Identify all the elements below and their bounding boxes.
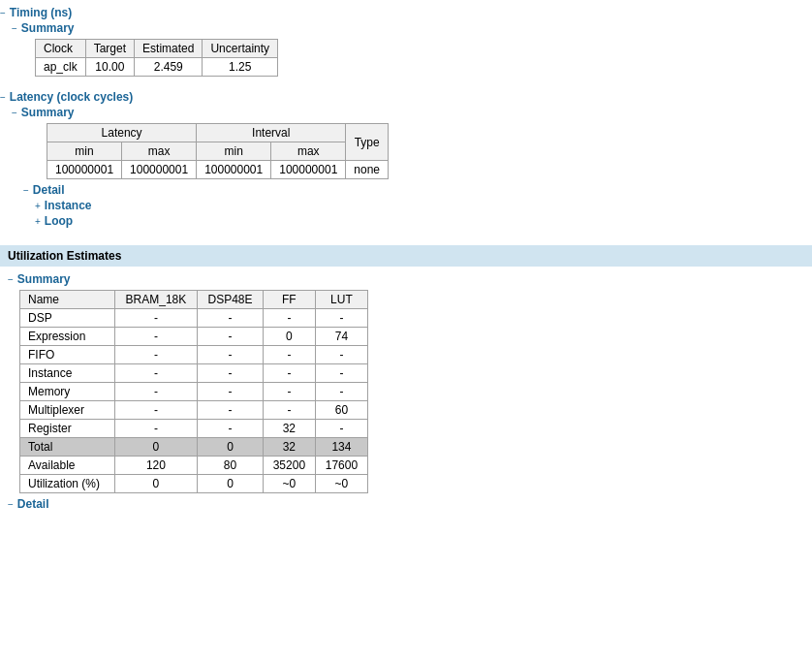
util-expr-ff: 0 (263, 328, 315, 346)
util-reg-name: Register (20, 420, 115, 438)
utilization-content: − Summary Name BRAM_18K DSP48E FF LUT DS… (0, 267, 812, 517)
util-inst-ff: - (263, 364, 315, 383)
util-mem-bram: - (114, 383, 198, 401)
util-row-dsp: DSP - - - - (20, 309, 368, 328)
timing-summary-item[interactable]: − Summary (12, 21, 812, 35)
util-expr-lut: 74 (315, 328, 367, 346)
utilization-section: Utilization Estimates − Summary Name BRA… (0, 241, 812, 520)
latency-summary-item[interactable]: − Summary (12, 106, 812, 119)
util-header-row: Name BRAM_18K DSP48E FF LUT (20, 291, 368, 309)
util-col-ff: FF (263, 291, 315, 309)
latency-type-val: none (346, 161, 389, 179)
timing-summary-collapse[interactable]: − (12, 23, 17, 34)
util-summary-collapse[interactable]: − (8, 274, 14, 285)
util-detail-item[interactable]: − Detail (8, 497, 804, 511)
util-avail-dsp: 80 (198, 457, 264, 475)
latency-table-row: 100000001 100000001 100000001 100000001 … (47, 161, 389, 179)
util-avail-ff: 35200 (263, 457, 315, 475)
util-mux-name: Multiplexer (20, 401, 115, 420)
latency-table: Latency Interval Type min max min max 10… (47, 123, 389, 179)
latency-detail-block: + Instance + Loop (35, 199, 812, 228)
util-fifo-dsp: - (198, 346, 264, 364)
util-mux-dsp: - (198, 401, 264, 420)
latency-summary-block: − Summary Latency Interval Type min max … (12, 106, 812, 228)
util-detail-label: Detail (17, 497, 49, 511)
timing-table-row: ap_clk 10.00 2.459 1.25 (36, 58, 278, 77)
latency-table-container: Latency Interval Type min max min max 10… (35, 123, 812, 179)
latency-col-min1: min (47, 142, 122, 161)
timing-estimated-val: 2.459 (135, 58, 203, 77)
util-inst-name: Instance (20, 364, 115, 383)
latency-loop-label: Loop (45, 214, 73, 228)
util-expr-dsp: - (198, 328, 264, 346)
util-pct-dsp: 0 (198, 475, 264, 493)
latency-col-max1: max (122, 142, 197, 161)
util-row-mux: Multiplexer - - - 60 (20, 401, 368, 420)
util-dsp-lut: - (315, 309, 367, 328)
timing-clock-val: ap_clk (36, 58, 86, 77)
util-mux-lut: 60 (315, 401, 367, 420)
util-inst-lut: - (315, 364, 367, 383)
timing-summary-block: − Summary Clock Target Estimated Uncerta… (12, 21, 812, 77)
latency-min2-val: 100000001 (197, 161, 271, 179)
util-reg-lut: - (315, 420, 367, 438)
util-fifo-name: FIFO (20, 346, 115, 364)
util-dsp-bram: - (114, 309, 198, 328)
timing-uncertainty-val: 1.25 (203, 58, 278, 77)
util-row-fifo: FIFO - - - - (20, 346, 368, 364)
latency-loop-expand[interactable]: + (35, 216, 41, 227)
timing-summary-label: Summary (21, 21, 75, 35)
util-total-lut: 134 (315, 438, 367, 457)
util-row-memory: Memory - - - - (20, 383, 368, 401)
util-fifo-ff: - (263, 346, 315, 364)
util-mem-lut: - (315, 383, 367, 401)
latency-group-latency: Latency (47, 124, 197, 142)
util-col-dsp: DSP48E (198, 291, 264, 309)
timing-target-val: 10.00 (85, 58, 134, 77)
utilization-summary-item[interactable]: − Summary (8, 272, 804, 286)
latency-detail-item[interactable]: − Detail (23, 183, 812, 197)
util-mem-ff: - (263, 383, 315, 401)
latency-instance-label: Instance (45, 199, 92, 212)
util-avail-name: Available (20, 457, 115, 475)
latency-col-min2: min (197, 142, 271, 161)
latency-loop-item[interactable]: + Loop (35, 214, 812, 228)
util-reg-dsp: - (198, 420, 264, 438)
timing-col-clock: Clock (36, 40, 86, 58)
latency-collapse-btn[interactable]: − (0, 92, 6, 103)
util-detail-collapse[interactable]: − (8, 499, 14, 510)
util-total-row: Total 0 0 32 134 (20, 438, 368, 457)
latency-instance-expand[interactable]: + (35, 201, 41, 211)
util-available-row: Available 120 80 35200 17600 (20, 457, 368, 475)
util-col-name: Name (20, 291, 115, 309)
latency-max1-val: 100000001 (122, 161, 197, 179)
latency-summary-collapse[interactable]: − (12, 108, 17, 118)
util-expr-name: Expression (20, 328, 115, 346)
util-pct-ff: ~0 (263, 475, 315, 493)
timing-collapse-btn[interactable]: − (0, 8, 6, 18)
latency-group-header-row: Latency Interval Type (47, 124, 389, 142)
util-reg-ff: 32 (263, 420, 315, 438)
util-row-register: Register - - 32 - (20, 420, 368, 438)
timing-table: Clock Target Estimated Uncertainty ap_cl… (35, 39, 278, 77)
latency-group-interval: Interval (197, 124, 346, 142)
util-total-name: Total (20, 438, 115, 457)
util-total-ff: 32 (263, 438, 315, 457)
utilization-section-label: Utilization Estimates (8, 249, 121, 263)
util-expr-bram: - (114, 328, 198, 346)
latency-sub-header-row: min max min max (47, 142, 389, 161)
util-inst-dsp: - (198, 364, 264, 383)
timing-header[interactable]: − Timing (ns) (0, 6, 812, 19)
latency-instance-item[interactable]: + Instance (35, 199, 812, 212)
util-row-expression: Expression - - 0 74 (20, 328, 368, 346)
utilization-table: Name BRAM_18K DSP48E FF LUT DSP - - - - (19, 290, 368, 493)
latency-col-max2: max (271, 142, 346, 161)
timing-table-header-row: Clock Target Estimated Uncertainty (36, 40, 278, 58)
latency-detail-collapse[interactable]: − (23, 185, 29, 196)
utilization-section-header: Utilization Estimates (0, 245, 812, 267)
util-mux-bram: - (114, 401, 198, 420)
latency-header[interactable]: − Latency (clock cycles) (0, 90, 812, 104)
timing-col-uncertainty: Uncertainty (203, 40, 278, 58)
timing-section: − Timing (ns) − Summary Clock Target Est… (0, 0, 812, 84)
util-avail-lut: 17600 (315, 457, 367, 475)
